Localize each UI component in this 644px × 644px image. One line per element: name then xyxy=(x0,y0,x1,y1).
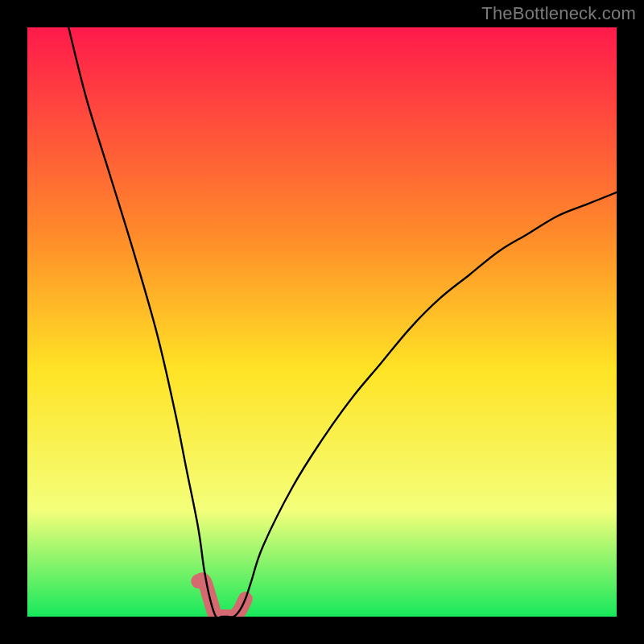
gradient-background xyxy=(27,27,617,617)
watermark-text: TheBottleneck.com xyxy=(481,3,636,24)
plot-area xyxy=(27,27,617,617)
chart-frame: TheBottleneck.com xyxy=(0,0,644,644)
bottleneck-chart xyxy=(27,27,617,617)
